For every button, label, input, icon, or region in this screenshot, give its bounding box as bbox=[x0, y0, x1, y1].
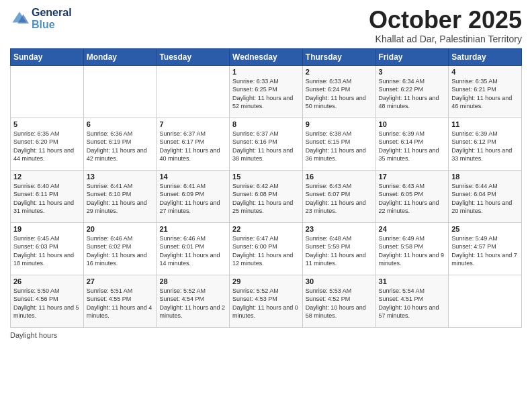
day-info: Sunrise: 6:33 AM Sunset: 6:25 PM Dayligh… bbox=[232, 77, 300, 111]
day-info: Sunrise: 5:50 AM Sunset: 4:56 PM Dayligh… bbox=[13, 287, 81, 320]
calendar-week-row: 12Sunrise: 6:40 AM Sunset: 6:11 PM Dayli… bbox=[11, 170, 522, 222]
day-number: 25 bbox=[451, 225, 519, 233]
day-info: Sunrise: 6:37 AM Sunset: 6:17 PM Dayligh… bbox=[159, 130, 226, 163]
col-saturday: Saturday bbox=[449, 48, 522, 65]
table-row: 4Sunrise: 6:35 AM Sunset: 6:21 PM Daylig… bbox=[449, 65, 522, 118]
day-info: Sunrise: 6:35 AM Sunset: 6:21 PM Dayligh… bbox=[451, 77, 519, 111]
table-row: 7Sunrise: 6:37 AM Sunset: 6:17 PM Daylig… bbox=[157, 118, 230, 170]
day-number: 28 bbox=[159, 277, 226, 285]
day-info: Sunrise: 6:43 AM Sunset: 6:07 PM Dayligh… bbox=[306, 182, 373, 216]
table-row: 27Sunrise: 5:51 AM Sunset: 4:55 PM Dayli… bbox=[83, 275, 157, 327]
table-row: 21Sunrise: 6:46 AM Sunset: 6:01 PM Dayli… bbox=[157, 222, 230, 275]
table-row: 17Sunrise: 6:43 AM Sunset: 6:05 PM Dayli… bbox=[375, 170, 449, 222]
day-info: Sunrise: 5:54 AM Sunset: 4:51 PM Dayligh… bbox=[379, 287, 446, 320]
month-title: October 2025 bbox=[369, 7, 522, 34]
day-number: 26 bbox=[13, 277, 81, 285]
day-number: 21 bbox=[159, 225, 226, 233]
calendar-table: Sunday Monday Tuesday Wednesday Thursday… bbox=[10, 48, 522, 328]
table-row: 30Sunrise: 5:53 AM Sunset: 4:52 PM Dayli… bbox=[302, 275, 375, 327]
day-number: 4 bbox=[451, 68, 519, 76]
day-info: Sunrise: 6:48 AM Sunset: 5:59 PM Dayligh… bbox=[306, 234, 373, 268]
day-info: Sunrise: 6:34 AM Sunset: 6:22 PM Dayligh… bbox=[379, 77, 446, 111]
day-number: 1 bbox=[232, 68, 300, 76]
table-row: 1Sunrise: 6:33 AM Sunset: 6:25 PM Daylig… bbox=[230, 65, 303, 118]
table-row: 22Sunrise: 6:47 AM Sunset: 6:00 PM Dayli… bbox=[230, 222, 303, 275]
day-info: Sunrise: 6:41 AM Sunset: 6:09 PM Dayligh… bbox=[159, 182, 226, 216]
footer: Daylight hours bbox=[10, 331, 522, 339]
day-number: 30 bbox=[306, 277, 373, 285]
day-number: 10 bbox=[379, 120, 446, 128]
table-row: 25Sunrise: 5:49 AM Sunset: 4:57 PM Dayli… bbox=[449, 222, 522, 275]
day-number: 13 bbox=[87, 173, 154, 181]
table-row: 13Sunrise: 6:41 AM Sunset: 6:10 PM Dayli… bbox=[83, 170, 157, 222]
table-row: 10Sunrise: 6:39 AM Sunset: 6:14 PM Dayli… bbox=[375, 118, 449, 170]
day-number: 19 bbox=[13, 225, 81, 233]
day-number: 8 bbox=[232, 120, 300, 128]
calendar-week-row: 1Sunrise: 6:33 AM Sunset: 6:25 PM Daylig… bbox=[11, 65, 522, 118]
day-number: 22 bbox=[232, 225, 300, 233]
day-info: Sunrise: 6:46 AM Sunset: 6:02 PM Dayligh… bbox=[87, 234, 154, 268]
calendar-week-row: 26Sunrise: 5:50 AM Sunset: 4:56 PM Dayli… bbox=[11, 275, 522, 327]
day-info: Sunrise: 6:37 AM Sunset: 6:16 PM Dayligh… bbox=[232, 130, 300, 163]
col-sunday: Sunday bbox=[11, 48, 84, 65]
day-number: 15 bbox=[232, 173, 300, 181]
table-row: 8Sunrise: 6:37 AM Sunset: 6:16 PM Daylig… bbox=[230, 118, 303, 170]
col-thursday: Thursday bbox=[302, 48, 375, 65]
day-info: Sunrise: 6:35 AM Sunset: 6:20 PM Dayligh… bbox=[13, 130, 81, 163]
table-row bbox=[157, 65, 230, 118]
day-info: Sunrise: 6:47 AM Sunset: 6:00 PM Dayligh… bbox=[232, 234, 300, 268]
table-row: 23Sunrise: 6:48 AM Sunset: 5:59 PM Dayli… bbox=[302, 222, 375, 275]
day-number: 17 bbox=[379, 173, 446, 181]
table-row: 20Sunrise: 6:46 AM Sunset: 6:02 PM Dayli… bbox=[83, 222, 157, 275]
daylight-label: Daylight hours bbox=[10, 331, 57, 339]
table-row: 6Sunrise: 6:36 AM Sunset: 6:19 PM Daylig… bbox=[83, 118, 157, 170]
calendar-header-row: Sunday Monday Tuesday Wednesday Thursday… bbox=[11, 48, 522, 65]
day-number: 3 bbox=[379, 68, 446, 76]
col-tuesday: Tuesday bbox=[157, 48, 230, 65]
col-friday: Friday bbox=[375, 48, 449, 65]
day-info: Sunrise: 6:46 AM Sunset: 6:01 PM Dayligh… bbox=[159, 234, 226, 268]
day-number: 27 bbox=[87, 277, 154, 285]
day-info: Sunrise: 5:53 AM Sunset: 4:52 PM Dayligh… bbox=[306, 287, 373, 320]
day-info: Sunrise: 5:52 AM Sunset: 4:54 PM Dayligh… bbox=[159, 287, 226, 320]
table-row bbox=[11, 65, 84, 118]
day-info: Sunrise: 6:49 AM Sunset: 5:58 PM Dayligh… bbox=[379, 234, 446, 268]
table-row: 28Sunrise: 5:52 AM Sunset: 4:54 PM Dayli… bbox=[157, 275, 230, 327]
table-row: 26Sunrise: 5:50 AM Sunset: 4:56 PM Dayli… bbox=[11, 275, 84, 327]
table-row: 18Sunrise: 6:44 AM Sunset: 6:04 PM Dayli… bbox=[449, 170, 522, 222]
day-info: Sunrise: 6:43 AM Sunset: 6:05 PM Dayligh… bbox=[379, 182, 446, 216]
table-row: 5Sunrise: 6:35 AM Sunset: 6:20 PM Daylig… bbox=[11, 118, 84, 170]
table-row: 14Sunrise: 6:41 AM Sunset: 6:09 PM Dayli… bbox=[157, 170, 230, 222]
table-row bbox=[449, 275, 522, 327]
logo-text: General Blue bbox=[32, 7, 72, 30]
day-number: 6 bbox=[87, 120, 154, 128]
day-info: Sunrise: 6:40 AM Sunset: 6:11 PM Dayligh… bbox=[13, 182, 81, 216]
logo: General Blue bbox=[10, 7, 72, 30]
day-number: 23 bbox=[306, 225, 373, 233]
day-info: Sunrise: 5:49 AM Sunset: 4:57 PM Dayligh… bbox=[451, 234, 519, 268]
day-info: Sunrise: 6:45 AM Sunset: 6:03 PM Dayligh… bbox=[13, 234, 81, 268]
table-row: 12Sunrise: 6:40 AM Sunset: 6:11 PM Dayli… bbox=[11, 170, 84, 222]
table-row: 16Sunrise: 6:43 AM Sunset: 6:07 PM Dayli… bbox=[302, 170, 375, 222]
day-info: Sunrise: 6:44 AM Sunset: 6:04 PM Dayligh… bbox=[451, 182, 519, 216]
table-row: 19Sunrise: 6:45 AM Sunset: 6:03 PM Dayli… bbox=[11, 222, 84, 275]
day-info: Sunrise: 5:51 AM Sunset: 4:55 PM Dayligh… bbox=[87, 287, 154, 320]
table-row: 11Sunrise: 6:39 AM Sunset: 6:12 PM Dayli… bbox=[449, 118, 522, 170]
day-number: 9 bbox=[306, 120, 373, 128]
day-number: 11 bbox=[451, 120, 519, 128]
calendar-body: 1Sunrise: 6:33 AM Sunset: 6:25 PM Daylig… bbox=[11, 65, 522, 327]
day-info: Sunrise: 6:39 AM Sunset: 6:12 PM Dayligh… bbox=[451, 130, 519, 163]
day-info: Sunrise: 6:36 AM Sunset: 6:19 PM Dayligh… bbox=[87, 130, 154, 163]
day-number: 16 bbox=[306, 173, 373, 181]
day-number: 20 bbox=[87, 225, 154, 233]
day-number: 12 bbox=[13, 173, 81, 181]
col-monday: Monday bbox=[83, 48, 157, 65]
title-block: October 2025 Khallat ad Dar, Palestinian… bbox=[369, 7, 522, 44]
day-number: 7 bbox=[159, 120, 226, 128]
day-number: 2 bbox=[306, 68, 373, 76]
table-row: 3Sunrise: 6:34 AM Sunset: 6:22 PM Daylig… bbox=[375, 65, 449, 118]
day-number: 31 bbox=[379, 277, 446, 285]
table-row: 9Sunrise: 6:38 AM Sunset: 6:15 PM Daylig… bbox=[302, 118, 375, 170]
table-row: 24Sunrise: 6:49 AM Sunset: 5:58 PM Dayli… bbox=[375, 222, 449, 275]
day-number: 14 bbox=[159, 173, 226, 181]
